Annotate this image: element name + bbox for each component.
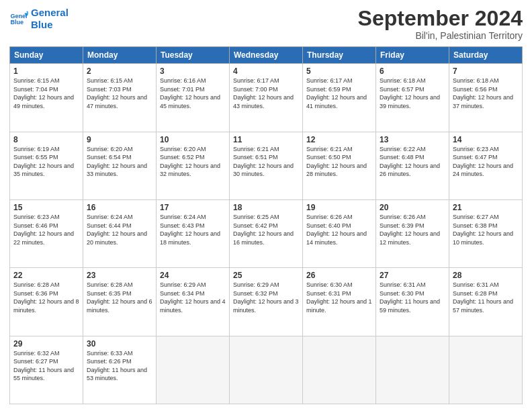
calendar-week-2: 8Sunrise: 6:19 AMSunset: 6:55 PMDaylight… (10, 132, 523, 199)
calendar-week-1: 1Sunrise: 6:15 AMSunset: 7:04 PMDaylight… (10, 64, 523, 132)
day-number: 9 (87, 135, 152, 144)
calendar-cell: 23Sunrise: 6:28 AMSunset: 6:35 PMDayligh… (83, 268, 157, 336)
day-number: 12 (306, 135, 372, 144)
day-info: Sunrise: 6:23 AMSunset: 6:47 PMDaylight:… (453, 145, 519, 179)
calendar-cell: 5Sunrise: 6:17 AMSunset: 6:59 PMDaylight… (303, 64, 376, 132)
day-info: Sunrise: 6:17 AMSunset: 7:00 PMDaylight:… (233, 77, 299, 110)
month-title: September 2024 (358, 7, 523, 30)
calendar-cell: 4Sunrise: 6:17 AMSunset: 7:00 PMDaylight… (230, 64, 303, 132)
day-number: 19 (306, 203, 372, 212)
day-info: Sunrise: 6:26 AMSunset: 6:39 PMDaylight:… (380, 213, 445, 246)
day-info: Sunrise: 6:15 AMSunset: 7:03 PMDaylight:… (87, 77, 152, 110)
calendar-cell: 28Sunrise: 6:31 AMSunset: 6:28 PMDayligh… (449, 268, 523, 336)
day-number: 28 (453, 271, 519, 280)
day-info: Sunrise: 6:16 AMSunset: 7:01 PMDaylight:… (160, 77, 226, 110)
day-info: Sunrise: 6:30 AMSunset: 6:31 PMDaylight:… (306, 281, 372, 314)
calendar-cell (230, 336, 303, 404)
day-info: Sunrise: 6:19 AMSunset: 6:55 PMDaylight:… (13, 145, 79, 179)
calendar-cell: 9Sunrise: 6:20 AMSunset: 6:54 PMDaylight… (83, 132, 157, 199)
calendar-cell: 1Sunrise: 6:15 AMSunset: 7:04 PMDaylight… (10, 64, 83, 132)
day-info: Sunrise: 6:18 AMSunset: 6:56 PMDaylight:… (453, 77, 519, 110)
day-info: Sunrise: 6:21 AMSunset: 6:50 PMDaylight:… (306, 145, 372, 179)
calendar-week-4: 22Sunrise: 6:28 AMSunset: 6:36 PMDayligh… (10, 268, 523, 336)
day-info: Sunrise: 6:31 AMSunset: 6:28 PMDaylight:… (453, 281, 519, 314)
calendar-cell: 17Sunrise: 6:24 AMSunset: 6:43 PMDayligh… (157, 199, 230, 267)
day-info: Sunrise: 6:23 AMSunset: 6:46 PMDaylight:… (13, 213, 79, 246)
day-info: Sunrise: 6:28 AMSunset: 6:36 PMDaylight:… (13, 281, 79, 314)
calendar-cell: 22Sunrise: 6:28 AMSunset: 6:36 PMDayligh… (10, 268, 83, 336)
day-info: Sunrise: 6:31 AMSunset: 6:30 PMDaylight:… (380, 281, 445, 314)
day-number: 5 (306, 66, 372, 76)
calendar-week-5: 29Sunrise: 6:32 AMSunset: 6:27 PMDayligh… (10, 336, 523, 404)
day-info: Sunrise: 6:15 AMSunset: 7:04 PMDaylight:… (13, 77, 79, 110)
calendar-cell: 2Sunrise: 6:15 AMSunset: 7:03 PMDaylight… (83, 64, 157, 132)
day-info: Sunrise: 6:18 AMSunset: 6:57 PMDaylight:… (380, 77, 445, 110)
day-header-monday: Monday (83, 47, 157, 64)
calendar-cell: 16Sunrise: 6:24 AMSunset: 6:44 PMDayligh… (83, 199, 157, 267)
calendar-cell: 20Sunrise: 6:26 AMSunset: 6:39 PMDayligh… (376, 199, 449, 267)
day-info: Sunrise: 6:27 AMSunset: 6:38 PMDaylight:… (453, 213, 519, 246)
day-header-sunday: Sunday (10, 47, 83, 64)
day-info: Sunrise: 6:25 AMSunset: 6:42 PMDaylight:… (233, 213, 299, 246)
day-number: 13 (380, 135, 445, 144)
day-number: 1 (13, 66, 79, 76)
calendar-week-3: 15Sunrise: 6:23 AMSunset: 6:46 PMDayligh… (10, 199, 523, 267)
calendar-cell: 8Sunrise: 6:19 AMSunset: 6:55 PMDaylight… (10, 132, 83, 199)
day-number: 8 (13, 135, 79, 144)
day-number: 11 (233, 135, 299, 144)
day-info: Sunrise: 6:32 AMSunset: 6:27 PMDaylight:… (13, 349, 79, 383)
page: General Blue General Blue September 2024… (0, 0, 532, 411)
day-header-tuesday: Tuesday (157, 47, 230, 64)
calendar-cell (376, 336, 449, 404)
calendar-cell: 29Sunrise: 6:32 AMSunset: 6:27 PMDayligh… (10, 336, 83, 404)
calendar-cell: 15Sunrise: 6:23 AMSunset: 6:46 PMDayligh… (10, 199, 83, 267)
day-header-saturday: Saturday (449, 47, 523, 64)
calendar-cell: 30Sunrise: 6:33 AMSunset: 6:26 PMDayligh… (83, 336, 157, 404)
title-block: September 2024 Bil'in, Palestinian Terri… (358, 7, 523, 41)
logo-line1: General (31, 7, 69, 19)
calendar-cell: 6Sunrise: 6:18 AMSunset: 6:57 PMDaylight… (376, 64, 449, 132)
calendar-cell: 11Sunrise: 6:21 AMSunset: 6:51 PMDayligh… (230, 132, 303, 199)
logo-icon: General Blue (9, 9, 28, 28)
calendar-cell: 10Sunrise: 6:20 AMSunset: 6:52 PMDayligh… (157, 132, 230, 199)
day-info: Sunrise: 6:21 AMSunset: 6:51 PMDaylight:… (233, 145, 299, 179)
day-number: 17 (160, 203, 226, 212)
calendar-cell: 13Sunrise: 6:22 AMSunset: 6:48 PMDayligh… (376, 132, 449, 199)
day-number: 23 (87, 271, 152, 280)
logo-line2: Blue (31, 19, 69, 31)
calendar-cell: 26Sunrise: 6:30 AMSunset: 6:31 PMDayligh… (303, 268, 376, 336)
day-number: 22 (13, 271, 79, 280)
day-number: 6 (380, 66, 445, 76)
day-header-friday: Friday (376, 47, 449, 64)
day-info: Sunrise: 6:26 AMSunset: 6:40 PMDaylight:… (306, 213, 372, 246)
calendar-table: SundayMondayTuesdayWednesdayThursdayFrid… (9, 46, 523, 404)
day-header-wednesday: Wednesday (230, 47, 303, 64)
logo: General Blue General Blue (9, 7, 69, 31)
day-number: 10 (160, 135, 226, 144)
day-header-thursday: Thursday (303, 47, 376, 64)
calendar-cell (303, 336, 376, 404)
day-number: 24 (160, 271, 226, 280)
day-number: 15 (13, 203, 79, 212)
day-number: 4 (233, 66, 299, 76)
day-info: Sunrise: 6:29 AMSunset: 6:32 PMDaylight:… (233, 281, 299, 314)
header: General Blue General Blue September 2024… (9, 7, 523, 41)
calendar-cell: 12Sunrise: 6:21 AMSunset: 6:50 PMDayligh… (303, 132, 376, 199)
day-number: 26 (306, 271, 372, 280)
day-number: 2 (87, 66, 152, 76)
day-number: 7 (453, 66, 519, 76)
day-info: Sunrise: 6:22 AMSunset: 6:48 PMDaylight:… (380, 145, 445, 179)
day-number: 25 (233, 271, 299, 280)
day-number: 27 (380, 271, 445, 280)
calendar-cell: 27Sunrise: 6:31 AMSunset: 6:30 PMDayligh… (376, 268, 449, 336)
calendar-cell: 7Sunrise: 6:18 AMSunset: 6:56 PMDaylight… (449, 64, 523, 132)
day-number: 30 (87, 339, 152, 349)
day-info: Sunrise: 6:28 AMSunset: 6:35 PMDaylight:… (87, 281, 152, 314)
day-number: 20 (380, 203, 445, 212)
calendar-cell: 19Sunrise: 6:26 AMSunset: 6:40 PMDayligh… (303, 199, 376, 267)
day-info: Sunrise: 6:24 AMSunset: 6:44 PMDaylight:… (87, 213, 152, 246)
day-info: Sunrise: 6:29 AMSunset: 6:34 PMDaylight:… (160, 281, 226, 314)
day-info: Sunrise: 6:20 AMSunset: 6:54 PMDaylight:… (87, 145, 152, 179)
calendar-cell: 14Sunrise: 6:23 AMSunset: 6:47 PMDayligh… (449, 132, 523, 199)
calendar-cell: 24Sunrise: 6:29 AMSunset: 6:34 PMDayligh… (157, 268, 230, 336)
